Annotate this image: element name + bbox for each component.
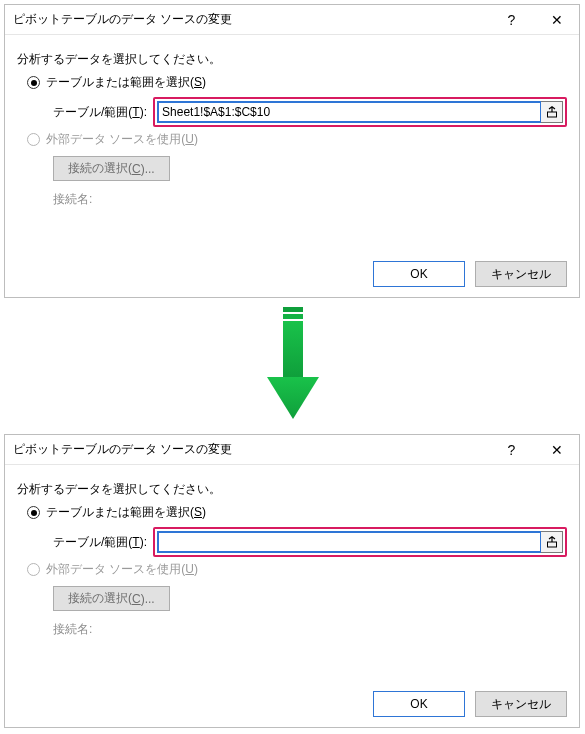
- radio-table-label: テーブルまたは範囲を選択(S): [46, 504, 206, 521]
- radio-external: 外部データ ソースを使用(U): [27, 131, 567, 148]
- select-prompt: 分析するデータを選択してください。: [17, 51, 567, 68]
- connection-name-label: 接続名:: [53, 191, 567, 208]
- dialog-top: ピボットテーブルのデータ ソースの変更 ? ✕ 分析するデータを選択してください…: [4, 4, 580, 298]
- range-label: テーブル/範囲(T):: [53, 534, 147, 551]
- dialog-title: ピボットテーブルのデータ ソースの変更: [5, 441, 489, 458]
- radio-dot-icon: [27, 506, 40, 519]
- radio-table-range[interactable]: テーブルまたは範囲を選択(S): [27, 504, 567, 521]
- range-input[interactable]: [157, 101, 541, 123]
- dialog-body: 分析するデータを選択してください。 テーブルまたは範囲を選択(S) テーブル/範…: [5, 465, 579, 638]
- select-connection-button: 接続の選択(C)...: [53, 586, 170, 611]
- dialog-body: 分析するデータを選択してください。 テーブルまたは範囲を選択(S) テーブル/範…: [5, 35, 579, 208]
- dialog-title: ピボットテーブルのデータ ソースの変更: [5, 11, 489, 28]
- radio-table-range[interactable]: テーブルまたは範囲を選択(S): [27, 74, 567, 91]
- titlebar: ピボットテーブルのデータ ソースの変更 ? ✕: [5, 435, 579, 465]
- help-button[interactable]: ?: [489, 435, 534, 465]
- range-field-highlight: [153, 527, 567, 557]
- close-button[interactable]: ✕: [534, 435, 579, 465]
- range-label: テーブル/範囲(T):: [53, 104, 147, 121]
- close-button[interactable]: ✕: [534, 5, 579, 35]
- select-prompt: 分析するデータを選択してください。: [17, 481, 567, 498]
- svg-rect-1: [283, 307, 303, 312]
- refedit-button[interactable]: [541, 531, 563, 553]
- dialog-bottom: ピボットテーブルのデータ ソースの変更 ? ✕ 分析するデータを選択してください…: [4, 434, 580, 728]
- cancel-button[interactable]: キャンセル: [475, 261, 567, 287]
- radio-empty-icon: [27, 133, 40, 146]
- range-input[interactable]: [157, 531, 541, 553]
- svg-rect-3: [283, 321, 303, 377]
- titlebar: ピボットテーブルのデータ ソースの変更 ? ✕: [5, 5, 579, 35]
- cancel-button[interactable]: キャンセル: [475, 691, 567, 717]
- refedit-button[interactable]: [541, 101, 563, 123]
- ok-button[interactable]: OK: [373, 691, 465, 717]
- connection-name-label: 接続名:: [53, 621, 567, 638]
- svg-rect-0: [547, 112, 556, 117]
- radio-table-label: テーブルまたは範囲を選択(S): [46, 74, 206, 91]
- radio-external-label: 外部データ ソースを使用(U): [46, 561, 198, 578]
- ok-button[interactable]: OK: [373, 261, 465, 287]
- radio-dot-icon: [27, 76, 40, 89]
- svg-marker-4: [267, 377, 319, 419]
- help-button[interactable]: ?: [489, 5, 534, 35]
- range-field-highlight: [153, 97, 567, 127]
- dialog-footer: OK キャンセル: [373, 261, 567, 287]
- step-arrow: [0, 304, 585, 424]
- dialog-footer: OK キャンセル: [373, 691, 567, 717]
- svg-rect-5: [547, 542, 556, 547]
- svg-rect-2: [283, 314, 303, 319]
- radio-empty-icon: [27, 563, 40, 576]
- radio-external-label: 外部データ ソースを使用(U): [46, 131, 198, 148]
- radio-external: 外部データ ソースを使用(U): [27, 561, 567, 578]
- arrow-down-icon: [253, 305, 333, 423]
- select-connection-button: 接続の選択(C)...: [53, 156, 170, 181]
- refedit-icon: [546, 536, 558, 548]
- refedit-icon: [546, 106, 558, 118]
